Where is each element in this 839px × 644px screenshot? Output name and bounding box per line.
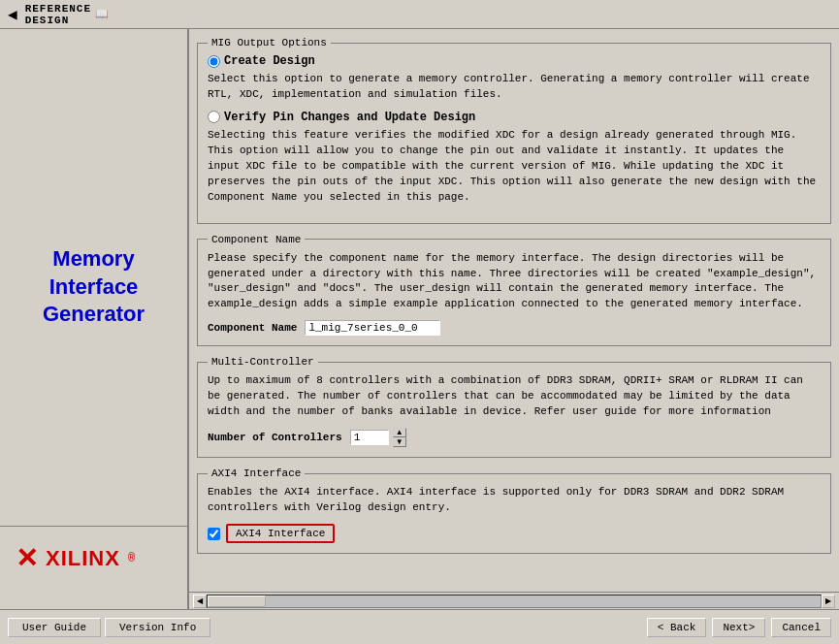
- create-design-radio[interactable]: [208, 55, 220, 68]
- sidebar-logo-area: ✕ XILINX®: [0, 526, 187, 590]
- scroll-bar: ◀ ▶: [189, 592, 839, 609]
- scroll-thumb[interactable]: [208, 596, 266, 607]
- axi4-interface-fieldset: AXI4 Interface Enables the AXI4 interfac…: [197, 467, 831, 554]
- bottom-right-buttons: < Back Next> Cancel: [647, 618, 831, 637]
- next-button[interactable]: Next>: [712, 618, 765, 637]
- bottom-left-buttons: User Guide Version Info: [8, 618, 210, 637]
- sidebar-word-interface: Interface: [49, 274, 139, 302]
- sidebar: Memory Interface Generator ✕ XILINX®: [0, 29, 189, 609]
- book-icon: 📖: [95, 8, 109, 20]
- component-name-fieldset: Component Name Please specify the compon…: [197, 234, 831, 347]
- axi4-checkbox-label: AXI4 Interface: [226, 524, 335, 543]
- num-controllers-row: Number of Controllers ▲ ▼: [208, 428, 821, 447]
- axi4-interface-legend: AXI4 Interface: [208, 467, 305, 479]
- create-design-desc: Select this option to generate a memory …: [208, 72, 821, 103]
- create-design-row: Create Design: [208, 54, 821, 68]
- num-controllers-input[interactable]: [350, 430, 389, 445]
- axi4-interface-desc: Enables the AXI4 interface. AXI4 interfa…: [208, 485, 821, 516]
- back-icon[interactable]: ◀: [8, 5, 17, 24]
- multi-controller-desc: Up to maximum of 8 controllers with a co…: [208, 373, 821, 420]
- axi4-checkbox[interactable]: [208, 528, 220, 540]
- main-area: Memory Interface Generator ✕ XILINX® MIG…: [0, 29, 839, 609]
- scroll-left-button[interactable]: ◀: [193, 595, 207, 608]
- back-button[interactable]: < Back: [647, 618, 707, 637]
- mig-output-fieldset: MIG Output Options Create Design Select …: [197, 37, 831, 224]
- spinner-up-button[interactable]: ▲: [393, 428, 406, 437]
- mig-output-legend: MIG Output Options: [208, 37, 331, 48]
- num-controllers-label: Number of Controllers: [208, 432, 342, 443]
- spinner-row: ▲ ▼: [350, 428, 406, 447]
- title-bar: ◀ REFERENCE DESIGN 📖: [0, 0, 839, 29]
- spinner-down-button[interactable]: ▼: [393, 437, 406, 447]
- version-info-button[interactable]: Version Info: [105, 618, 210, 637]
- component-name-label: Component Name: [208, 322, 297, 334]
- spinner-buttons: ▲ ▼: [393, 428, 406, 447]
- verify-pin-label: Verify Pin Changes and Update Design: [224, 111, 475, 124]
- multi-controller-fieldset: Multi-Controller Up to maximum of 8 cont…: [197, 356, 831, 458]
- component-name-desc: Please specify the component name for th…: [208, 251, 821, 313]
- multi-controller-legend: Multi-Controller: [208, 356, 318, 368]
- cancel-button[interactable]: Cancel: [771, 618, 831, 637]
- scroll-track: [207, 595, 822, 608]
- xilinx-x-icon: ✕: [16, 542, 38, 574]
- scroll-right-button[interactable]: ▶: [822, 595, 835, 608]
- component-name-input[interactable]: [305, 320, 440, 336]
- component-name-legend: Component Name: [208, 234, 305, 245]
- create-design-label: Create Design: [224, 54, 315, 68]
- xilinx-logo: ✕ XILINX®: [16, 542, 172, 574]
- content-area: MIG Output Options Create Design Select …: [189, 29, 839, 609]
- bottom-bar: User Guide Version Info < Back Next> Can…: [0, 609, 839, 644]
- xilinx-dot: ®: [128, 552, 135, 565]
- verify-pin-radio[interactable]: [208, 111, 220, 123]
- title-line1: REFERENCE: [25, 3, 91, 15]
- user-guide-button[interactable]: User Guide: [8, 618, 101, 637]
- sidebar-word-memory: Memory: [52, 245, 134, 274]
- title-line2: DESIGN: [25, 15, 70, 26]
- axi4-checkbox-row: AXI4 Interface: [208, 524, 821, 543]
- verify-pin-desc: Selecting this feature verifies the modi…: [208, 128, 821, 206]
- app-title: REFERENCE DESIGN: [25, 3, 91, 26]
- content-scroll[interactable]: MIG Output Options Create Design Select …: [189, 29, 839, 592]
- sidebar-title-area: Memory Interface Generator: [0, 48, 187, 526]
- verify-pin-row: Verify Pin Changes and Update Design: [208, 111, 821, 124]
- sidebar-word-generator: Generator: [43, 301, 145, 329]
- xilinx-name: XILINX: [46, 546, 120, 571]
- component-name-row: Component Name: [208, 320, 821, 336]
